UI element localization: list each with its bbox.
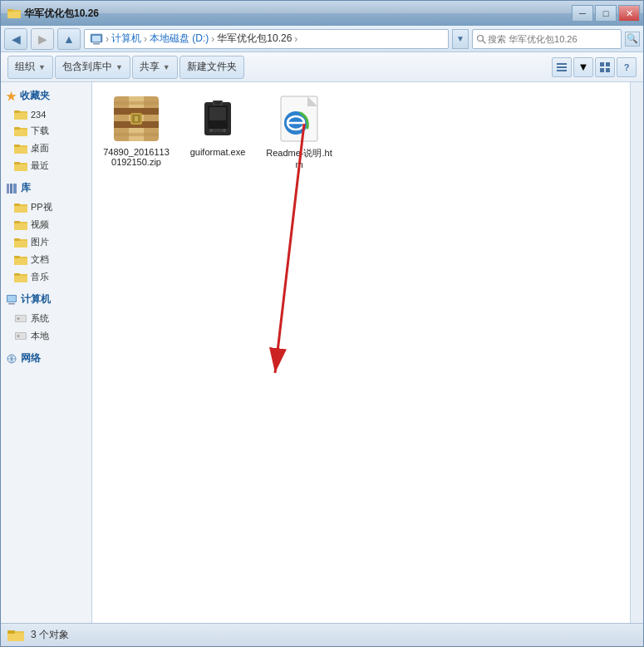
share-label: 共享 (140, 60, 160, 74)
title-bar: 华军优化包10.26 ─ □ ✕ (1, 1, 643, 26)
sidebar-item-video[interactable]: 视频 (1, 216, 91, 233)
maximize-button[interactable]: □ (595, 5, 617, 22)
folder-icon-download (14, 125, 27, 136)
breadcrumb-drive[interactable]: 本地磁盘 (D:) (150, 32, 209, 46)
back-button[interactable]: ◀ (4, 28, 27, 50)
ie-svg-icon (278, 95, 321, 143)
scrollbar[interactable] (630, 82, 643, 623)
svg-rect-19 (14, 130, 27, 136)
sidebar-item-desktop-label: 桌面 (31, 142, 49, 154)
sidebar-header-favorites[interactable]: ★ 收藏夹 (1, 86, 91, 106)
view-dropdown-button[interactable]: ▼ (573, 57, 593, 77)
organize-button[interactable]: 组织 ▼ (7, 56, 53, 79)
svg-point-72 (223, 129, 226, 132)
svg-rect-69 (214, 101, 221, 105)
sidebar-item-system[interactable]: 系统 (1, 310, 91, 327)
svg-rect-40 (14, 258, 27, 265)
sidebar-header-library[interactable]: 库 (1, 178, 91, 199)
status-bar: 3 个对象 (1, 623, 643, 646)
sidebar-header-computer[interactable]: 计算机 (1, 289, 91, 310)
library-icon (6, 183, 17, 194)
svg-rect-14 (606, 68, 610, 72)
svg-rect-28 (10, 184, 12, 194)
folder-icon-video (14, 219, 27, 230)
svg-rect-20 (14, 127, 20, 130)
breadcrumb-sep4: › (294, 33, 297, 45)
status-folder-icon (7, 628, 24, 643)
minimize-button[interactable]: ─ (572, 5, 593, 22)
title-bar-left: 华军优化包10.26 (7, 7, 99, 21)
search-submit-button[interactable]: 🔍 (625, 32, 640, 47)
sidebar-item-pictures[interactable]: 图片 (1, 233, 91, 251)
breadcrumb-dropdown-button[interactable]: ▼ (452, 29, 469, 49)
svg-rect-65 (114, 133, 159, 136)
sidebar-item-recent-label: 最近 (31, 159, 49, 172)
svg-rect-35 (14, 221, 20, 223)
sidebar-item-download-label: 下载 (31, 125, 49, 137)
svg-rect-8 (557, 63, 567, 65)
svg-rect-11 (600, 62, 604, 66)
svg-line-7 (483, 40, 486, 43)
share-button[interactable]: 共享 ▼ (132, 56, 178, 79)
folder-icon-docs (14, 254, 27, 265)
breadcrumb-bar: › 计算机 › 本地磁盘 (D:) › 华军优化包10.26 › (84, 29, 449, 49)
help-button[interactable]: ? (617, 57, 637, 77)
svg-point-53 (17, 335, 20, 337)
winrar-svg-icon (112, 95, 160, 143)
new-folder-button[interactable]: 新建文件夹 (179, 56, 244, 79)
sidebar-item-music[interactable]: 音乐 (1, 268, 91, 286)
file-icon-htm (274, 94, 324, 144)
sidebar-item-desktop[interactable]: 桌面 (1, 140, 91, 157)
sidebar-section-computer: 计算机 系统 本地 (1, 289, 91, 345)
sidebar-item-docs-label: 文档 (31, 253, 49, 266)
include-arrow: ▼ (116, 63, 123, 71)
file-item-zip[interactable]: 74890_20161130192150.zip (99, 89, 174, 174)
view-list-icon (556, 61, 568, 73)
folder-icon-desktop (14, 143, 27, 154)
sidebar-item-234-label: 234 (31, 110, 46, 120)
sidebar-header-network[interactable]: 网络 (1, 348, 91, 369)
svg-rect-13 (600, 68, 604, 72)
file-icon-exe (193, 94, 243, 144)
folder-icon-pictures (14, 237, 27, 248)
file-item-htm[interactable]: Readme-说明.htm (262, 89, 337, 174)
share-arrow: ▼ (163, 63, 170, 71)
drive-icon-local (14, 331, 27, 341)
sidebar-item-pp[interactable]: PP视 (1, 199, 91, 216)
view-tiles-button[interactable] (595, 57, 615, 77)
include-library-button[interactable]: 包含到库中 ▼ (55, 56, 130, 79)
svg-rect-5 (93, 43, 100, 45)
breadcrumb-sep1: › (106, 33, 109, 45)
svg-rect-64 (114, 101, 159, 105)
include-label: 包含到库中 (62, 60, 112, 74)
nav-bar: ◀ ▶ ▲ › 计算机 › 本地磁盘 (D:) › 华军优化包10.26 › ▼ (1, 26, 643, 52)
view-list-button[interactable] (552, 57, 572, 77)
sidebar: ★ 收藏夹 234 下载 (1, 82, 92, 623)
file-item-exe[interactable]: guiformat.exe (180, 89, 255, 174)
sidebar-item-local[interactable]: 本地 (1, 327, 91, 345)
search-input[interactable] (488, 34, 617, 44)
sidebar-item-docs[interactable]: 文档 (1, 251, 91, 268)
up-button[interactable]: ▲ (57, 28, 81, 50)
organize-arrow: ▼ (38, 63, 46, 71)
svg-rect-1 (7, 12, 21, 18)
view-tiles-icon (599, 61, 611, 73)
svg-point-71 (209, 129, 213, 132)
svg-rect-37 (14, 241, 27, 248)
svg-rect-43 (14, 276, 27, 282)
sidebar-item-recent[interactable]: 最近 (1, 157, 91, 174)
close-button[interactable]: ✕ (618, 5, 640, 22)
new-folder-label: 新建文件夹 (187, 60, 237, 74)
svg-rect-83 (7, 633, 24, 641)
sidebar-item-download[interactable]: 下载 (1, 122, 91, 140)
svg-rect-70 (209, 107, 226, 120)
breadcrumb-computer[interactable]: 计算机 (111, 32, 141, 46)
favorites-label: 收藏夹 (20, 89, 50, 103)
svg-rect-16 (14, 113, 27, 120)
file-grid: 74890_20161130192150.zip (99, 89, 623, 174)
forward-button[interactable]: ▶ (31, 28, 54, 50)
sidebar-item-234[interactable]: 234 (1, 106, 91, 122)
svg-rect-47 (8, 303, 15, 305)
svg-rect-22 (14, 147, 27, 154)
svg-rect-23 (14, 145, 20, 147)
